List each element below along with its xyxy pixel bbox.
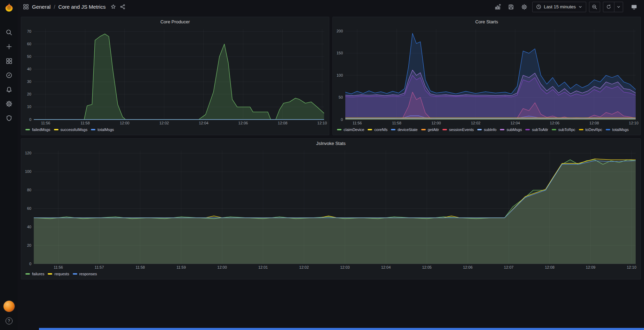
svg-text:12:08: 12:08: [589, 121, 599, 125]
star-icon[interactable]: [110, 4, 116, 10]
alerting-bell-icon[interactable]: [5, 86, 13, 93]
svg-text:12:08: 12:08: [278, 121, 288, 125]
sidebar-footer: ?: [3, 301, 15, 324]
legend-series-color: [337, 129, 341, 130]
dashboard-content: Core Producer 11:5611:5812:0012:0212:041…: [18, 14, 644, 330]
legend-item[interactable]: subToRpc: [552, 128, 575, 132]
add-panel-button[interactable]: [493, 2, 503, 12]
time-series-chart[interactable]: 11:5611:5711:5811:5912:0012:0112:0212:03…: [21, 148, 641, 271]
panel-title[interactable]: Core Starts: [333, 17, 641, 26]
legend-series-color: [421, 129, 426, 130]
svg-text:0: 0: [341, 117, 343, 122]
apps-grid-icon[interactable]: [23, 4, 29, 10]
legend-item[interactable]: sessionEvents: [442, 128, 474, 132]
svg-text:100: 100: [25, 169, 31, 174]
configuration-gear-icon[interactable]: [5, 100, 13, 108]
sidebar-nav: [5, 29, 13, 122]
svg-text:0: 0: [29, 262, 31, 266]
server-admin-shield-icon[interactable]: [5, 114, 13, 122]
svg-text:12:06: 12:06: [550, 121, 560, 125]
topbar: General / Core and JS Metrics: [18, 0, 644, 14]
svg-text:11:56: 11:56: [54, 265, 63, 269]
clock-icon: [536, 4, 541, 9]
legend-item[interactable]: claimDevice: [337, 128, 364, 132]
legend-item[interactable]: successfulMsgs: [54, 128, 88, 132]
svg-text:60: 60: [27, 42, 31, 46]
legend-series-color: [391, 129, 395, 130]
breadcrumb-section[interactable]: General: [32, 4, 50, 10]
legend-item[interactable]: requests: [48, 272, 69, 276]
topbar-actions: Last 15 minutes: [493, 2, 639, 12]
breadcrumb-separator: /: [54, 4, 55, 10]
svg-text:80: 80: [27, 188, 31, 192]
chart-legend: failedMsgssuccessfulMsgstotalMsgs: [21, 126, 329, 135]
legend-series-color: [54, 129, 58, 130]
svg-text:150: 150: [337, 51, 343, 55]
legend-item[interactable]: coreNfs: [368, 128, 387, 132]
time-series-chart[interactable]: 11:5611:5812:0012:0212:0412:0612:0812:10…: [21, 26, 329, 126]
legend-series-color: [25, 273, 30, 275]
panel-title[interactable]: JsInvoke Stats: [21, 139, 641, 148]
main-area: General / Core and JS Metrics: [18, 0, 644, 330]
create-plus-icon[interactable]: [5, 43, 13, 51]
legend-item[interactable]: failedMsgs: [25, 128, 50, 132]
dashboards-grid-icon[interactable]: [5, 57, 13, 65]
legend-series-color: [579, 129, 583, 130]
legend-item[interactable]: toDevRpc: [579, 128, 602, 132]
legend-item[interactable]: subToAttr: [525, 128, 548, 132]
breadcrumb: General / Core and JS Metrics: [23, 4, 126, 10]
save-dashboard-button[interactable]: [506, 2, 516, 12]
legend-item[interactable]: totalMsgs: [606, 128, 629, 132]
help-icon[interactable]: ?: [6, 317, 13, 324]
legend-series-color: [552, 129, 556, 130]
svg-text:12:10: 12:10: [629, 121, 639, 125]
time-series-chart[interactable]: 11:5611:5812:0012:0212:0412:0612:0812:10…: [333, 26, 641, 126]
search-icon[interactable]: [5, 29, 13, 36]
cycle-view-tv-icon[interactable]: [629, 2, 639, 12]
legend-item[interactable]: subInfo: [477, 128, 496, 132]
svg-text:12:02: 12:02: [471, 121, 481, 125]
legend-item[interactable]: failures: [25, 272, 44, 276]
user-avatar[interactable]: [3, 301, 15, 312]
time-range-picker[interactable]: Last 15 minutes: [532, 2, 586, 12]
legend-series-color: [606, 129, 610, 130]
svg-text:10: 10: [27, 105, 31, 109]
svg-text:12:03: 12:03: [340, 265, 350, 269]
legend-series-color: [91, 129, 95, 130]
svg-text:12:01: 12:01: [258, 265, 268, 269]
svg-text:12:10: 12:10: [317, 121, 327, 125]
refresh-interval-chevron[interactable]: [614, 2, 623, 12]
svg-text:12:06: 12:06: [238, 121, 248, 125]
svg-text:100: 100: [337, 73, 343, 77]
svg-text:12:05: 12:05: [422, 265, 432, 269]
legend-item[interactable]: subMsgs: [500, 128, 522, 132]
share-icon[interactable]: [119, 4, 126, 10]
svg-text:200: 200: [337, 29, 343, 33]
svg-text:30: 30: [27, 79, 31, 84]
svg-text:12:00: 12:00: [431, 121, 441, 125]
svg-text:11:56: 11:56: [41, 121, 50, 125]
svg-text:11:59: 11:59: [176, 265, 186, 269]
zoom-out-button[interactable]: [589, 2, 600, 12]
refresh-button[interactable]: [603, 2, 614, 12]
bottom-edge-highlight: [39, 328, 644, 330]
grafana-logo-icon[interactable]: [4, 2, 14, 13]
svg-text:12:06: 12:06: [463, 265, 473, 269]
svg-text:12:07: 12:07: [504, 265, 514, 269]
sidebar: ?: [0, 0, 18, 330]
legend-series-color: [368, 129, 372, 130]
legend-item[interactable]: totalMsgs: [91, 128, 114, 132]
chart-legend: failuresrequestsresponses: [21, 271, 641, 279]
legend-item[interactable]: getAttr: [421, 128, 439, 132]
panel-title[interactable]: Core Producer: [21, 17, 329, 26]
legend-item[interactable]: responses: [73, 272, 97, 276]
svg-text:11:58: 11:58: [392, 121, 401, 125]
breadcrumb-page-title: Core and JS Metrics: [58, 4, 106, 10]
panel-core-starts: Core Starts 11:5611:5812:0012:0212:0412:…: [332, 17, 641, 135]
dashboard-settings-gear-icon[interactable]: [519, 2, 529, 12]
svg-text:20: 20: [27, 92, 31, 96]
explore-compass-icon[interactable]: [5, 71, 13, 79]
legend-series-color: [48, 273, 52, 275]
refresh-button-group: [603, 2, 623, 12]
legend-item[interactable]: deviceState: [391, 128, 417, 132]
